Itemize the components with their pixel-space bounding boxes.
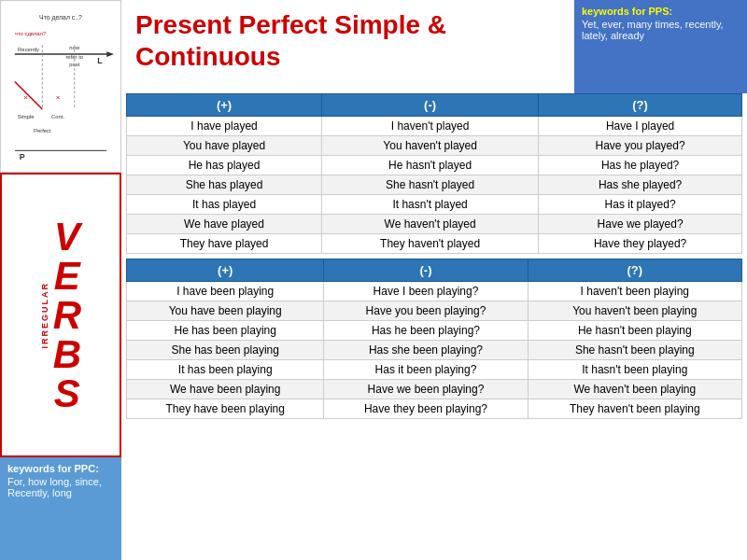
svg-marker-3	[106, 51, 114, 57]
table-cell: Have I been playing?	[324, 282, 528, 301]
table-continuous-header-positive: (+)	[127, 259, 324, 282]
svg-text:Recently: Recently	[18, 47, 39, 52]
table-cell: Has she been playing?	[324, 341, 528, 360]
table-cell: He hasn't played	[322, 156, 539, 175]
table-cell: You haven't been playing	[528, 301, 741, 321]
table-simple-header-negative: (-)	[322, 94, 539, 117]
keywords-ppc-label: keywords for PPC:	[7, 463, 114, 474]
table-cell: She hasn't been playing	[528, 341, 741, 360]
irregular-label: IRREGULAR	[40, 282, 51, 349]
table-simple-header-question: (?)	[539, 94, 742, 117]
table-continuous: (+) (-) (?) I have been playingHave I be…	[126, 259, 742, 419]
table-cell: They have played	[127, 234, 322, 254]
main-content: Present Perfect Simple & Continuous keyw…	[121, 0, 747, 560]
table-cell: They haven't played	[322, 234, 539, 254]
table-cell: You have played	[127, 136, 322, 156]
table-cell: Have you played?	[539, 136, 742, 156]
svg-text:P: P	[20, 152, 25, 161]
table-cell: We haven't been playing	[528, 380, 741, 399]
table-cell: Has he played?	[539, 156, 742, 175]
main-title: Present Perfect Simple & Continuous	[135, 9, 560, 72]
tables-area: (+) (-) (?) I have playedI haven't playe…	[121, 93, 747, 560]
table-cell: He hasn't been playing	[528, 321, 741, 341]
keywords-pps-box: keywords for PPS: Yet, ever, many times,…	[574, 0, 747, 93]
timeline-box: Что делал с..? что сделал? Recently now …	[0, 0, 121, 173]
table-cell: I haven't been playing	[528, 282, 741, 301]
table-cell: Has it played?	[539, 195, 742, 215]
table-cell: It has been playing	[127, 360, 324, 380]
table-simple: (+) (-) (?) I have playedI haven't playe…	[126, 93, 742, 254]
table-cell: I have played	[127, 117, 322, 136]
table-cell: It hasn't been playing	[528, 360, 741, 380]
table-cell: He has played	[127, 156, 322, 175]
svg-text:Perfect: Perfect	[34, 128, 51, 133]
keywords-ppc-text: For, how long, since, Recently, long	[7, 476, 114, 498]
table-cell: Have we played?	[539, 215, 742, 234]
table-cell: Have they played?	[539, 234, 742, 254]
svg-line-15	[15, 82, 43, 110]
title-area: Present Perfect Simple & Continuous	[121, 0, 574, 77]
top-row: Present Perfect Simple & Continuous keyw…	[121, 0, 747, 93]
table-cell: It hasn't played	[322, 195, 539, 215]
table-row: I have been playingHave I been playing?I…	[127, 282, 742, 301]
table-row: You have been playingHave you been playi…	[127, 301, 742, 321]
table-cell: Have they been playing?	[324, 399, 528, 419]
table-row: He has playedHe hasn't playedHas he play…	[127, 156, 742, 175]
svg-text:Simple: Simple	[18, 114, 35, 119]
table-cell: Has it been playing?	[324, 360, 528, 380]
keywords-pps-text: Yet, ever, many times, recently, lately,…	[582, 19, 740, 41]
table-cell: Has she played?	[539, 175, 742, 195]
keywords-pps-label: keywords for PPS:	[582, 6, 740, 17]
table-row: We have playedWe haven't playedHave we p…	[127, 215, 742, 234]
table-continuous-header-negative: (-)	[324, 259, 528, 282]
table-cell: He has been playing	[127, 321, 324, 341]
table-row: I have playedI haven't playedHave I play…	[127, 117, 742, 136]
table-cell: We haven't played	[322, 215, 539, 234]
table-row: He has been playingHas he been playing?H…	[127, 321, 742, 341]
table-row: It has been playingHas it been playing?I…	[127, 360, 742, 380]
table-simple-header-positive: (+)	[127, 94, 322, 117]
table-cell: I have been playing	[127, 282, 324, 301]
table-cell: You have been playing	[127, 301, 324, 321]
table-cell: You haven't played	[322, 136, 539, 156]
table-cell: They have been playing	[127, 399, 324, 419]
table-cell: I haven't played	[322, 117, 539, 136]
keywords-ppc-box: keywords for PPC: For, how long, since, …	[0, 457, 121, 560]
table-cell: They haven't been playing	[528, 399, 741, 419]
table-cell: Have we been playing?	[324, 380, 528, 399]
svg-text:Cont.: Cont.	[51, 114, 64, 119]
table-row: They have playedThey haven't playedHave …	[127, 234, 742, 254]
table-cell: We have been playing	[127, 380, 324, 399]
table-cell: She has been playing	[127, 341, 324, 360]
table-row: It has playedIt hasn't playedHas it play…	[127, 195, 742, 215]
table-cell: We have played	[127, 215, 322, 234]
table-cell: She hasn't played	[322, 175, 539, 195]
verbs-big-letters: V E R B S	[53, 217, 81, 413]
table-cell: It has played	[127, 195, 322, 215]
irregular-verbs-box: IRREGULAR V E R B S	[0, 173, 121, 457]
svg-text:L: L	[97, 56, 103, 65]
svg-text:×: ×	[56, 93, 61, 102]
svg-text:Что делал с..?: Что делал с..?	[39, 14, 82, 21]
left-sidebar: Что делал с..? что сделал? Recently now …	[0, 0, 121, 560]
table-cell: Have I played	[539, 117, 742, 136]
table-row: She has playedShe hasn't playedHas she p…	[127, 175, 742, 195]
table-row: We have been playingHave we been playing…	[127, 380, 742, 399]
table-row: They have been playingHave they been pla…	[127, 399, 742, 419]
table-cell: She has played	[127, 175, 322, 195]
table-row: She has been playingHas she been playing…	[127, 341, 742, 360]
table-continuous-header-question: (?)	[528, 259, 741, 282]
table-cell: Have you been playing?	[324, 301, 528, 321]
svg-text:что сделал?: что сделал?	[15, 31, 47, 36]
table-cell: Has he been playing?	[324, 321, 528, 341]
table-row: You have playedYou haven't playedHave yo…	[127, 136, 742, 156]
